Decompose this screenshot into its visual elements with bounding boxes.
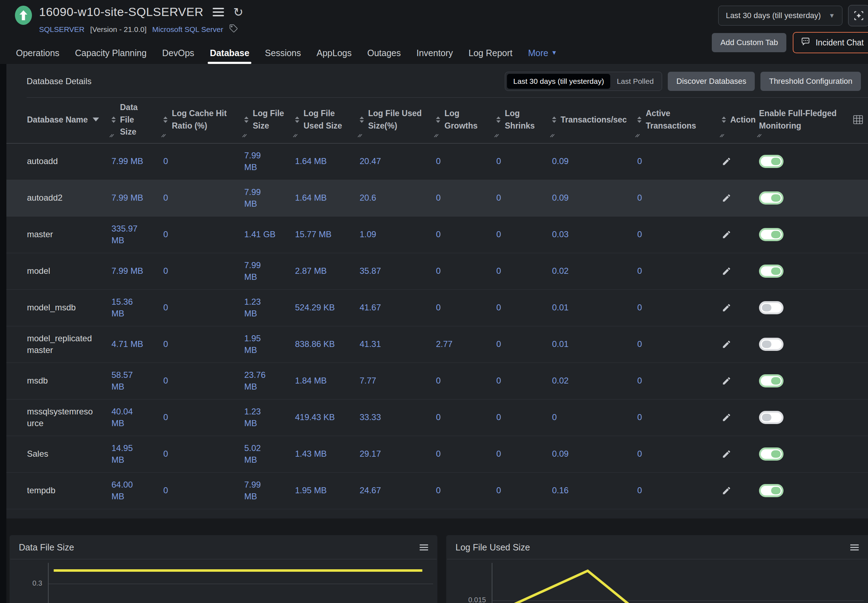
edit-pencil-icon[interactable] xyxy=(722,413,731,422)
column-chooser-grid-icon[interactable] xyxy=(853,115,863,126)
column-resize-handle[interactable] xyxy=(242,128,247,141)
cell-log-growths[interactable]: 0 xyxy=(436,144,496,180)
cell-log-cache-hit[interactable]: 0 xyxy=(163,290,244,326)
column-header-log-cache-hit-ratio[interactable]: Log Cache Hit Ratio (%) xyxy=(163,97,244,143)
cell-active-tx[interactable]: 0 xyxy=(637,180,722,216)
column-header-data-file-size[interactable]: Data File Size xyxy=(111,97,163,143)
monitoring-toggle-off[interactable] xyxy=(759,411,783,424)
cell-log-cache-hit[interactable]: 0 xyxy=(163,399,244,436)
cell-log-file-used-pct[interactable]: 7.77 xyxy=(360,363,436,399)
column-resize-handle[interactable] xyxy=(292,128,298,141)
cell-tps[interactable]: 0.16 xyxy=(552,473,637,509)
cell-log-file-used[interactable]: 524.29 KB xyxy=(295,290,360,326)
edit-pencil-icon[interactable] xyxy=(722,303,731,312)
column-resize-handle[interactable] xyxy=(719,128,724,141)
monitoring-toggle-on[interactable] xyxy=(759,447,783,461)
cell-log-cache-hit[interactable]: 0 xyxy=(163,326,244,363)
cell-log-file-used-pct[interactable]: 41.67 xyxy=(360,290,436,326)
cell-log-shrinks[interactable]: 0 xyxy=(496,363,552,399)
cell-tps[interactable]: 0.09 xyxy=(552,180,637,216)
column-header-transactions-sec[interactable]: Transactions/sec xyxy=(552,97,637,143)
cell-log-file-used-pct[interactable]: 29.17 xyxy=(360,436,436,472)
cell-log-file-used[interactable]: 1.95 MB xyxy=(295,473,360,509)
monitoring-toggle-on[interactable] xyxy=(759,374,783,387)
cell-log-growths[interactable]: 0 xyxy=(436,180,496,216)
cell-log-cache-hit[interactable]: 0 xyxy=(163,253,244,289)
cell-log-shrinks[interactable]: 0 xyxy=(496,436,552,472)
cell-log-cache-hit[interactable]: 0 xyxy=(163,216,244,253)
cell-log-file-used-pct[interactable]: 20.6 xyxy=(360,180,436,216)
title-menu-icon[interactable] xyxy=(213,8,224,16)
chart-menu-icon[interactable] xyxy=(420,544,428,550)
cell-log-cache-hit[interactable]: 0 xyxy=(163,363,244,399)
column-resize-handle[interactable] xyxy=(109,128,114,141)
monitoring-toggle-on[interactable] xyxy=(759,192,783,204)
tab-applogs[interactable]: AppLogs xyxy=(317,42,352,64)
cell-log-growths[interactable]: 0 xyxy=(436,290,496,326)
cell-log-file-used-pct[interactable]: 33.33 xyxy=(360,399,436,436)
cell-log-file-used-pct[interactable]: 1.09 xyxy=(360,216,436,253)
edit-pencil-icon[interactable] xyxy=(722,157,731,166)
tab-devops[interactable]: DevOps xyxy=(162,42,194,64)
cell-log-file-size[interactable]: 23.76 MB xyxy=(244,363,295,399)
column-header-log-file-size[interactable]: Log File Size xyxy=(244,97,295,143)
cell-active-tx[interactable]: 0 xyxy=(637,216,722,253)
cell-tps[interactable]: 0.01 xyxy=(552,326,637,363)
cell-active-tx[interactable]: 0 xyxy=(637,144,722,180)
cell-log-file-used[interactable]: 1.84 MB xyxy=(295,363,360,399)
cell-log-shrinks[interactable]: 0 xyxy=(496,290,552,326)
cell-log-file-size[interactable]: 7.99 MB xyxy=(244,144,295,180)
cell-active-tx[interactable]: 0 xyxy=(637,399,722,436)
cell-log-growths[interactable]: 2.77 xyxy=(436,326,496,363)
cell-data-file-size[interactable]: 7.99 MB xyxy=(111,253,163,289)
column-resize-handle[interactable] xyxy=(757,128,762,141)
edit-pencil-icon[interactable] xyxy=(722,266,731,276)
cell-log-growths[interactable]: 0 xyxy=(436,399,496,436)
monitoring-toggle-on[interactable] xyxy=(759,228,783,241)
column-header-log-file-used-size[interactable]: Log File Used Size xyxy=(295,97,360,143)
cell-active-tx[interactable]: 0 xyxy=(637,473,722,509)
edit-pencil-icon[interactable] xyxy=(722,193,731,203)
cell-data-file-size[interactable]: 15.36 MB xyxy=(111,290,163,326)
cell-log-shrinks[interactable]: 0 xyxy=(496,326,552,363)
cell-log-shrinks[interactable]: 0 xyxy=(496,144,552,180)
cell-log-file-size[interactable]: 1.23 MB xyxy=(244,399,295,436)
cell-log-cache-hit[interactable]: 0 xyxy=(163,436,244,472)
cell-log-growths[interactable]: 0 xyxy=(436,436,496,472)
threshold-configuration-button[interactable]: Threshold Configuration xyxy=(760,72,861,91)
cell-log-file-size[interactable]: 1.95 MB xyxy=(244,326,295,363)
cell-log-file-used[interactable]: 15.77 MB xyxy=(295,216,360,253)
cell-log-file-size[interactable]: 1.41 GB xyxy=(244,216,295,253)
column-header-database-name[interactable]: Database Name xyxy=(27,97,111,143)
cell-active-tx[interactable]: 0 xyxy=(637,326,722,363)
column-resize-handle[interactable] xyxy=(635,128,640,141)
cell-data-file-size[interactable]: 64.00 MB xyxy=(111,473,163,509)
cell-log-file-used[interactable]: 838.86 KB xyxy=(295,326,360,363)
cell-log-cache-hit[interactable]: 0 xyxy=(163,180,244,216)
cell-log-growths[interactable]: 0 xyxy=(436,473,496,509)
cell-tps[interactable]: 0.09 xyxy=(552,436,637,472)
range-toggle-last-polled[interactable]: Last Polled xyxy=(610,74,660,89)
time-range-dropdown[interactable]: Last 30 days (till yesterday) ▼ xyxy=(718,6,842,26)
tab-capacity-planning[interactable]: Capacity Planning xyxy=(75,42,147,64)
tag-icon[interactable] xyxy=(229,24,238,35)
cell-tps[interactable]: 0.03 xyxy=(552,216,637,253)
vendor-link[interactable]: Microsoft SQL Server xyxy=(152,25,223,34)
cell-log-file-used[interactable]: 1.43 MB xyxy=(295,436,360,472)
column-resize-handle[interactable] xyxy=(434,128,439,141)
cell-active-tx[interactable]: 0 xyxy=(637,363,722,399)
cell-tps[interactable]: 0 xyxy=(552,399,637,436)
column-resize-handle[interactable] xyxy=(550,128,555,141)
cell-data-file-size[interactable]: 7.99 MB xyxy=(111,144,163,180)
cell-log-file-size[interactable]: 7.99 MB xyxy=(244,253,295,289)
cell-log-cache-hit[interactable]: 0 xyxy=(163,144,244,180)
cell-data-file-size[interactable]: 335.97 MB xyxy=(111,216,163,253)
cell-data-file-size[interactable]: 14.95 MB xyxy=(111,436,163,472)
column-header-active-transactions[interactable]: Active Transactions xyxy=(637,97,722,143)
column-header-log-growths[interactable]: Log Growths xyxy=(436,97,496,143)
edit-pencil-icon[interactable] xyxy=(722,449,731,459)
monitoring-toggle-on[interactable] xyxy=(759,484,783,497)
cell-log-shrinks[interactable]: 0 xyxy=(496,180,552,216)
edit-pencil-icon[interactable] xyxy=(722,376,731,386)
cell-log-file-used[interactable]: 2.87 MB xyxy=(295,253,360,289)
